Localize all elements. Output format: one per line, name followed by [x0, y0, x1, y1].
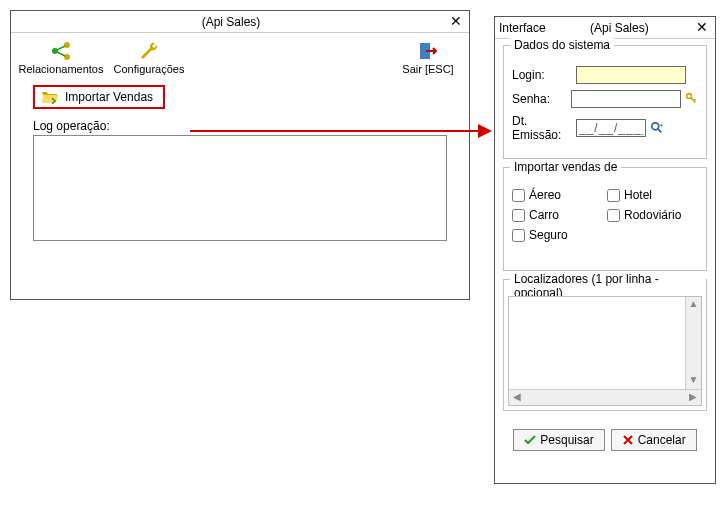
window-interface: Interface (Api Sales) ✕ Dados do sistema… — [494, 16, 716, 484]
exit-icon — [416, 39, 440, 63]
arrow-head-icon — [478, 124, 492, 138]
scroll-down-icon[interactable]: ▼ — [686, 373, 701, 389]
scroll-up-icon[interactable]: ▲ — [686, 297, 701, 313]
button-label: Cancelar — [638, 433, 686, 447]
senha-label: Senha: — [512, 92, 567, 106]
key-icon — [685, 92, 698, 106]
toolbar-label: Configurações — [114, 63, 185, 75]
horizontal-scrollbar[interactable]: ◀ ▶ — [509, 389, 701, 405]
vertical-scrollbar[interactable]: ▲ ▼ — [685, 297, 701, 389]
checkbox-aereo[interactable]: Áereo — [512, 188, 603, 202]
window-title-left: (Api Sales) — [15, 15, 447, 29]
group-title: Importar vendas de — [510, 160, 621, 174]
import-button-label: Importar Vendas — [65, 90, 153, 104]
share-icon — [49, 39, 73, 63]
checkbox-label: Rodoviário — [624, 208, 681, 222]
pesquisar-button[interactable]: Pesquisar — [513, 429, 604, 451]
checkbox-input[interactable] — [607, 189, 620, 202]
toolbar: Relacionamentos Configurações Sair [ESC] — [11, 33, 469, 79]
toolbar-configuracoes[interactable]: Configurações — [109, 39, 189, 75]
window-api-sales-main: (Api Sales) ✕ Relacionamentos Configuraç… — [10, 10, 470, 300]
dt-emissao-label: Dt. Emissão: — [512, 114, 572, 142]
x-icon — [622, 434, 634, 446]
svg-point-5 — [652, 123, 659, 130]
dt-emissao-input[interactable] — [576, 119, 646, 137]
window-title-right-left: Interface — [499, 21, 546, 35]
senha-input[interactable] — [571, 90, 681, 108]
checkbox-label: Carro — [529, 208, 559, 222]
localizadores-textarea[interactable]: ▲ ▼ ◀ ▶ — [508, 296, 702, 406]
toolbar-label: Relacionamentos — [19, 63, 104, 75]
login-label: Login: — [512, 68, 572, 82]
magnifier-icon[interactable] — [650, 121, 664, 135]
cancelar-button[interactable]: Cancelar — [611, 429, 697, 451]
titlebar-left: (Api Sales) ✕ — [11, 11, 469, 33]
toolbar-label: Sair [ESC] — [402, 63, 453, 75]
group-localizadores: Localizadores (1 por linha - opcional) ▲… — [503, 279, 707, 411]
folder-open-icon — [41, 89, 59, 105]
group-title: Dados do sistema — [510, 38, 614, 52]
checkbox-hotel[interactable]: Hotel — [607, 188, 698, 202]
close-button-right[interactable]: ✕ — [693, 19, 711, 37]
checkbox-input[interactable] — [607, 209, 620, 222]
svg-point-2 — [64, 54, 70, 60]
checkbox-input[interactable] — [512, 189, 525, 202]
checkbox-rodoviario[interactable]: Rodoviário — [607, 208, 698, 222]
check-icon — [524, 434, 536, 446]
svg-point-0 — [52, 48, 58, 54]
import-vendas-button[interactable]: Importar Vendas — [33, 85, 165, 109]
group-importar-vendas: Importar vendas de Áereo Hotel Carro Rod… — [503, 167, 707, 271]
scroll-right-icon[interactable]: ▶ — [685, 390, 701, 405]
button-row: Pesquisar Cancelar — [503, 429, 707, 451]
checkbox-input[interactable] — [512, 209, 525, 222]
close-button-left[interactable]: ✕ — [447, 13, 465, 31]
window-title-right-center: (Api Sales) — [590, 21, 649, 35]
checkbox-carro[interactable]: Carro — [512, 208, 603, 222]
toolbar-sair[interactable]: Sair [ESC] — [397, 39, 459, 75]
checkbox-label: Hotel — [624, 188, 652, 202]
checkbox-label: Seguro — [529, 228, 568, 242]
arrow-line — [190, 130, 480, 132]
scroll-left-icon[interactable]: ◀ — [509, 390, 525, 405]
checkbox-input[interactable] — [512, 229, 525, 242]
toolbar-relacionamentos[interactable]: Relacionamentos — [21, 39, 101, 75]
login-input[interactable] — [576, 66, 686, 84]
button-label: Pesquisar — [540, 433, 593, 447]
checkbox-seguro[interactable]: Seguro — [512, 228, 603, 242]
svg-point-1 — [64, 42, 70, 48]
titlebar-right: Interface (Api Sales) ✕ — [495, 17, 715, 39]
checkbox-label: Áereo — [529, 188, 561, 202]
log-output — [33, 135, 447, 241]
group-dados-sistema: Dados do sistema Login: Senha: Dt. Emiss… — [503, 45, 707, 159]
wrench-icon — [137, 39, 161, 63]
